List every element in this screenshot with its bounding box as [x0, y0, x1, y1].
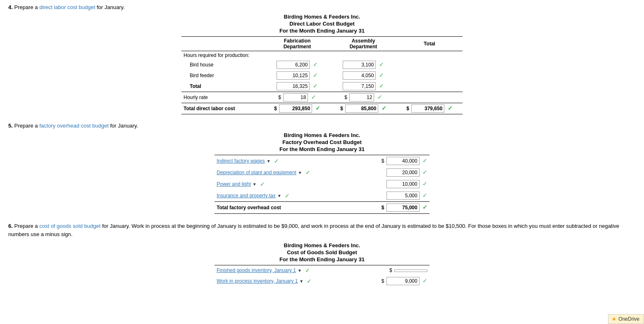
table-row: Total factory overhead cost $ 75,000 ✓	[215, 202, 429, 214]
fo-row0-input[interactable]: 40,000	[386, 157, 420, 165]
direct-labor-table-wrap: Birding Homes & Feeders Inc. Direct Labo…	[181, 14, 463, 114]
dl-title: Direct Labor Cost Budget	[181, 21, 463, 27]
fo-row2-arrow-icon: ▼	[253, 182, 257, 187]
dl-birdfeeder-asm-check: ✓	[379, 72, 384, 78]
dl-hourly-fab-input[interactable]: 18	[283, 93, 308, 102]
fo-row1-input[interactable]: 20,000	[386, 168, 420, 177]
dl-col-fab: Fabrication Department	[264, 37, 330, 51]
table-row: Hourly rate $ 18 ✓ $ 12 ✓	[181, 92, 463, 103]
direct-labor-table: Fabrication Department Assembly Departme…	[181, 36, 463, 114]
dl-total-fab-input[interactable]: 16,325	[277, 82, 310, 90]
fo-row0-dropdown: Indirect factory wages ▼ ✓	[217, 158, 355, 164]
factory-overhead-table-wrap: Birding Homes & Feeders Inc. Factory Ove…	[215, 132, 429, 214]
fo-total-check: ✓	[422, 204, 427, 210]
cogs-table: Finished goods inventory, January 1 ▼ ✓ …	[215, 265, 429, 287]
fo-row1-label-cell: Depreciation of plant and equipment ▼ ✓	[215, 167, 357, 178]
dl-total-fab-cell: 16,325 ✓	[264, 81, 330, 92]
fo-row2-label-cell: Power and light ▼ ✓	[215, 178, 357, 190]
dl-birdhouse-asm-input[interactable]: 3,100	[343, 61, 376, 69]
q4-text: Prepare a	[14, 4, 39, 10]
fo-row2-check: ✓	[422, 180, 427, 187]
cogs-row0-dropdown-btn[interactable]: Finished goods inventory, January 1	[217, 267, 296, 273]
dl-birdhouse-total-cell	[396, 59, 463, 70]
fo-row3-label-check: ✓	[285, 192, 290, 199]
fo-row1-dropdown-btn[interactable]: Depreciation of plant and equipment	[217, 170, 296, 175]
fo-row0-check: ✓	[422, 157, 427, 164]
table-row: Bird feeder 10,125 ✓ 4,050 ✓	[181, 70, 463, 81]
cogs-row1-input[interactable]: 9,000	[386, 277, 420, 285]
cogs-subtitle: For the Month Ending January 31	[215, 256, 429, 263]
fo-row0-dropdown-btn[interactable]: Indirect factory wages	[217, 158, 265, 164]
fo-row0-label-check: ✓	[274, 158, 279, 164]
dl-birdfeeder-fab-check: ✓	[313, 72, 318, 78]
dl-total-label: Total	[181, 81, 264, 92]
fo-row2-label-check: ✓	[260, 181, 265, 187]
dl-hourly-fab-cell: $ 18 ✓	[264, 92, 330, 103]
dl-birdhouse-fab-cell: 6,200 ✓	[264, 59, 330, 70]
dl-hourly-label: Hourly rate	[181, 92, 264, 103]
cogs-row1-dropdown-btn[interactable]: Work in process inventory, January 1	[217, 278, 298, 284]
fo-row3-input[interactable]: 5,000	[386, 192, 420, 200]
dl-totallabor-total-cell: $ 379,650 ✓	[396, 103, 463, 114]
dl-birdhouse-asm-check: ✓	[379, 61, 384, 68]
fo-company: Birding Homes & Feeders Inc.	[215, 132, 429, 138]
dl-birdhouse-fab-input[interactable]: 6,200	[277, 61, 310, 69]
fo-subtitle: For the Month Ending January 31	[215, 146, 429, 152]
cogs-row0-label-cell: Finished goods inventory, January 1 ▼ ✓	[215, 265, 357, 276]
q6-text: Prepare a	[14, 223, 39, 229]
dl-totallabor-fab-input[interactable]: 293,850	[279, 104, 312, 113]
fo-row3-value-cell: 5,000 ✓	[357, 190, 429, 202]
q4-link[interactable]: direct labor cost budget	[39, 4, 95, 10]
cogs-row0-arrow-icon: ▼	[298, 268, 302, 273]
cost-of-goods-table-wrap: Birding Homes & Feeders Inc. Cost of Goo…	[215, 242, 429, 287]
question-6-label: 6. Prepare a cost of goods sold budget f…	[8, 222, 636, 238]
fo-total-input[interactable]: 75,000	[386, 203, 420, 212]
fo-row0-arrow-icon: ▼	[267, 159, 271, 163]
dl-totallabor-total-input[interactable]: 379,650	[411, 104, 444, 113]
dl-company: Birding Homes & Feeders Inc.	[181, 14, 463, 20]
dl-total-asm-cell: 7,150 ✓	[330, 81, 396, 92]
dl-totallabor-asm-input[interactable]: 85,800	[345, 104, 378, 113]
table-row: Finished goods inventory, January 1 ▼ ✓ …	[215, 265, 429, 276]
fo-row3-check: ✓	[422, 192, 427, 199]
dl-totallabor-asm-cell: $ 85,800 ✓	[330, 103, 396, 114]
q5-link[interactable]: factory overhead cost budget	[39, 123, 109, 129]
fo-row3-dropdown: Insurance and property tax ▼ ✓	[217, 192, 355, 199]
dl-total-asm-check: ✓	[379, 83, 384, 89]
fo-total-label: Total factory overhead cost	[215, 202, 357, 214]
q4-number: 4.	[8, 4, 13, 10]
q6-number: 6.	[8, 223, 13, 229]
section-4: 4. Prepare a direct labor cost budget fo…	[8, 4, 636, 114]
dl-birdfeeder-asm-cell: 4,050 ✓	[330, 70, 396, 81]
fo-row2-value-cell: 10,000 ✓	[357, 178, 429, 190]
dl-totallabor-total-check: ✓	[448, 105, 453, 111]
cogs-row1-label-check: ✓	[307, 278, 312, 284]
cogs-title: Cost of Goods Sold Budget	[215, 249, 429, 255]
dl-hourly-asm-input[interactable]: 12	[349, 93, 374, 102]
dl-section-header: Hours required for production:	[181, 51, 463, 60]
fo-row0-value-cell: $ 40,000 ✓	[357, 155, 429, 167]
cogs-row1-value-cell: $ 9,000 ✓	[357, 275, 429, 287]
dl-total-total-cell	[396, 81, 463, 92]
dl-birdfeeder-total-cell	[396, 70, 463, 81]
table-row: Total direct labor cost $ 293,850 ✓ $ 85…	[181, 103, 463, 114]
q5-number: 5.	[8, 123, 13, 129]
table-row: Insurance and property tax ▼ ✓ 5,000 ✓	[215, 190, 429, 202]
cogs-row1-label-cell: Work in process inventory, January 1 ▼ ✓	[215, 275, 357, 287]
dl-section-label: Hours required for production:	[181, 51, 463, 60]
cogs-row1-arrow-icon: ▼	[299, 279, 303, 284]
dl-col-total: Total	[396, 37, 463, 51]
fo-row3-dropdown-btn[interactable]: Insurance and property tax	[217, 193, 276, 199]
q6-link[interactable]: cost of goods sold budget	[39, 223, 100, 229]
cogs-row1-dropdown: Work in process inventory, January 1 ▼ ✓	[217, 278, 355, 284]
dl-birdfeeder-fab-input[interactable]: 10,125	[277, 71, 310, 80]
dl-totallabor-label: Total direct labor cost	[181, 103, 264, 114]
cogs-row0-input[interactable]	[394, 270, 427, 272]
dl-birdfeeder-asm-input[interactable]: 4,050	[343, 71, 376, 80]
dl-birdfeeder-fab-cell: 10,125 ✓	[264, 70, 330, 81]
fo-total-value-cell: $ 75,000 ✓	[357, 202, 429, 214]
dl-totallabor-fab-cell: $ 293,850 ✓	[264, 103, 330, 114]
fo-row2-input[interactable]: 10,000	[386, 180, 420, 188]
dl-total-asm-input[interactable]: 7,150	[343, 82, 376, 90]
fo-row2-dropdown-btn[interactable]: Power and light	[217, 181, 251, 187]
